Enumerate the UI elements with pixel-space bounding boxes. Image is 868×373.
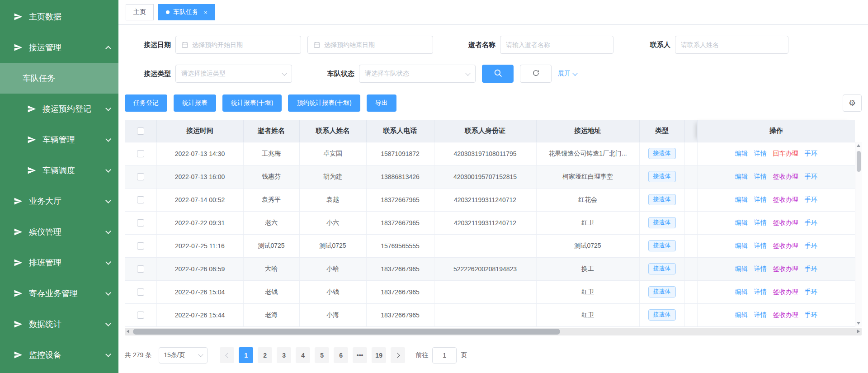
search-button[interactable] <box>482 65 514 83</box>
sidebar-item-home-data[interactable]: 主页数据 <box>0 1 118 32</box>
row-checkbox[interactable] <box>137 312 144 319</box>
sidebar-item-transport-management[interactable]: 接运管理 <box>0 32 118 63</box>
transport-type-select[interactable]: 请选择接运类型 <box>175 65 292 83</box>
contact-input[interactable] <box>681 41 783 48</box>
deceased-name-input[interactable] <box>506 41 608 48</box>
detail-link[interactable]: 详情 <box>754 173 767 180</box>
detail-link[interactable]: 详情 <box>754 288 767 295</box>
process-link[interactable]: 回车办理 <box>773 150 798 157</box>
cell-actions: 编辑详情签收办理手环 <box>697 211 855 234</box>
sidebar-item-business-hall[interactable]: 业务大厅 <box>0 186 118 217</box>
next-page-button[interactable] <box>391 347 405 363</box>
process-link[interactable]: 签收办理 <box>773 196 798 203</box>
page-button-3[interactable]: 3 <box>277 347 291 363</box>
row-checkbox[interactable] <box>137 219 144 227</box>
band-link[interactable]: 手环 <box>805 288 817 295</box>
band-link[interactable]: 手环 <box>805 265 817 272</box>
page-button-5[interactable]: 5 <box>315 347 329 363</box>
chevron-down-icon <box>282 71 287 76</box>
edit-link[interactable]: 编辑 <box>735 219 748 226</box>
detail-link[interactable]: 详情 <box>754 242 767 249</box>
page-button-2[interactable]: 2 <box>258 347 272 363</box>
process-link[interactable]: 签收办理 <box>773 288 798 295</box>
scroll-down-icon[interactable] <box>857 322 860 325</box>
column-settings-button[interactable]: ⚙ <box>843 94 862 112</box>
edit-link[interactable]: 编辑 <box>735 311 748 318</box>
edit-link[interactable]: 编辑 <box>735 196 748 203</box>
detail-link[interactable]: 详情 <box>754 265 767 272</box>
horizontal-scroll-thumb[interactable] <box>133 329 560 335</box>
band-link[interactable]: 手环 <box>805 219 817 226</box>
detail-link[interactable]: 详情 <box>754 150 767 157</box>
date-start-field[interactable] <box>175 36 301 54</box>
row-checkbox[interactable] <box>137 150 144 157</box>
sidebar-item-transport-reservation[interactable]: 接运预约登记 <box>0 94 118 124</box>
export-button[interactable]: 导出 <box>367 94 396 112</box>
prev-page-button[interactable] <box>220 347 234 363</box>
sidebar-item-shift-management[interactable]: 排班管理 <box>0 247 118 278</box>
sidebar-item-storage-business[interactable]: 寄存业务管理 <box>0 278 118 309</box>
scroll-left-icon[interactable] <box>127 330 129 333</box>
band-link[interactable]: 手环 <box>805 242 817 249</box>
deceased-name-field[interactable] <box>500 36 613 54</box>
edit-link[interactable]: 编辑 <box>735 288 748 295</box>
page-size-select[interactable]: 15条/页 <box>159 347 208 364</box>
tab-close-icon[interactable]: × <box>204 9 208 15</box>
vertical-scroll-thumb[interactable] <box>857 151 861 172</box>
checkbox-cell <box>125 257 156 280</box>
process-link[interactable]: 签收办理 <box>773 242 798 249</box>
reservation-stats-report-shiyan-button[interactable]: 预约统计报表(十堰) <box>288 94 360 112</box>
vertical-scrollbar[interactable] <box>855 142 862 327</box>
row-checkbox[interactable] <box>137 173 144 180</box>
process-link[interactable]: 签收办理 <box>773 219 798 226</box>
process-link[interactable]: 签收办理 <box>773 265 798 272</box>
band-link[interactable]: 手环 <box>805 150 817 157</box>
select-all-checkbox[interactable] <box>137 127 144 135</box>
date-start-input[interactable] <box>192 41 295 48</box>
band-link[interactable]: 手环 <box>805 196 817 203</box>
edit-link[interactable]: 编辑 <box>735 265 748 272</box>
stats-report-button[interactable]: 统计报表 <box>174 94 216 112</box>
stats-report-shiyan-button[interactable]: 统计报表(十堰) <box>222 94 282 112</box>
sidebar-item-funeral-management[interactable]: 殡仪管理 <box>0 217 118 247</box>
cell-address: 花果锻造公司铸造1厂北门... <box>536 142 639 165</box>
scroll-right-icon[interactable] <box>857 330 860 333</box>
page-button-6[interactable]: 6 <box>334 347 348 363</box>
page-button-4[interactable]: 4 <box>296 347 310 363</box>
refresh-button[interactable] <box>520 65 552 83</box>
goto-page-input[interactable] <box>432 347 457 364</box>
sidebar-item-vehicle-dispatch[interactable]: 车辆调度 <box>0 155 118 186</box>
edit-link[interactable]: 编辑 <box>735 242 748 249</box>
band-link[interactable]: 手环 <box>805 311 817 318</box>
page-button-19[interactable]: 19 <box>372 347 386 363</box>
band-link[interactable]: 手环 <box>805 173 817 180</box>
sidebar-item-monitoring-devices[interactable]: 监控设备 <box>0 340 118 370</box>
detail-link[interactable]: 详情 <box>754 311 767 318</box>
date-end-input[interactable] <box>324 41 427 48</box>
horizontal-scrollbar[interactable] <box>125 328 862 335</box>
table-row: 2022-07-13 16:00钱惠芬胡为建138868134264203001… <box>125 165 855 188</box>
sidebar-item-data-statistics[interactable]: 数据统计 <box>0 309 118 340</box>
page-more-button[interactable]: ••• <box>353 347 367 363</box>
edit-link[interactable]: 编辑 <box>735 150 748 157</box>
row-checkbox[interactable] <box>137 196 144 203</box>
row-checkbox[interactable] <box>137 288 144 296</box>
tab-fleet-tasks[interactable]: 车队任务 × <box>158 4 215 20</box>
fleet-status-select[interactable]: 请选择车队状态 <box>359 65 476 83</box>
contact-field[interactable] <box>675 36 788 54</box>
task-register-button[interactable]: 任务登记 <box>125 94 167 112</box>
expand-toggle[interactable]: 展开 <box>558 70 577 78</box>
process-link[interactable]: 签收办理 <box>773 311 798 318</box>
edit-link[interactable]: 编辑 <box>735 173 748 180</box>
detail-link[interactable]: 详情 <box>754 196 767 203</box>
sidebar-item-fleet-tasks[interactable]: 车队任务 <box>0 63 118 94</box>
row-checkbox[interactable] <box>137 242 144 250</box>
page-button-1[interactable]: 1 <box>239 347 253 363</box>
sidebar-item-vehicle-management[interactable]: 车辆管理 <box>0 124 118 155</box>
scroll-up-icon[interactable] <box>857 144 860 147</box>
process-link[interactable]: 签收办理 <box>773 173 798 180</box>
date-end-field[interactable] <box>307 36 433 54</box>
row-checkbox[interactable] <box>137 265 144 273</box>
detail-link[interactable]: 详情 <box>754 219 767 226</box>
tab-home[interactable]: 主页 <box>126 4 154 20</box>
